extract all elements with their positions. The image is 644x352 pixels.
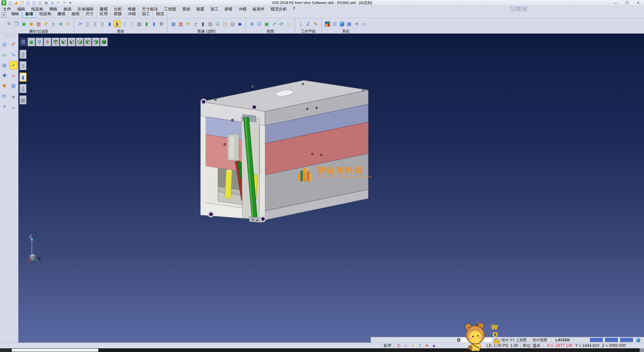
visi-logo[interactable]: V [1,0,6,5]
workplane-edit-icon[interactable]: ✎ [312,20,319,27]
shaded-edges-icon[interactable]: ▮ [114,20,120,27]
view-left-icon[interactable] [68,38,75,46]
maximize-button[interactable]: ❐ [621,0,633,6]
workplane-align-icon[interactable]: ∠ [305,20,312,27]
workplane-axes-icon[interactable]: ⊥ [298,20,304,27]
layers-icon[interactable]: ▱ [361,20,367,27]
minimize-button[interactable]: — [610,0,621,6]
hatch-cylinder-icon[interactable]: ▨ [207,20,214,27]
magic-icon[interactable]: ✩ [403,343,409,348]
wireframe-view-icon[interactable]: ▯ [84,20,91,27]
lock-toggle[interactable]: 拴牢 [383,343,391,349]
solids-filter-icon[interactable]: ▥ [177,20,184,27]
open-folder-icon[interactable]: ◪ [13,0,18,5]
zoom-window-icon[interactable]: ⚲ [36,38,43,46]
active-layer-label[interactable]: LAYER0 [555,338,570,342]
dark-cylinder-icon[interactable]: ▮ [200,20,206,27]
viewport-menu-icon[interactable]: ☰ [19,38,27,46]
cylinder-outline-1-icon[interactable]: ▯ [19,50,26,59]
fit-window-icon[interactable]: ▣ [28,38,35,46]
mdi-minimize-button[interactable]: — [511,7,516,11]
axes-view-icon[interactable]: ✛ [44,38,51,46]
units-readout[interactable]: 单位: 毫米 [522,343,541,349]
menu-machining[interactable]: 加工 [207,6,221,12]
transparent-view-icon[interactable]: ▯ [121,20,128,27]
menu-solid-edit[interactable]: 实体编辑 [74,6,97,12]
open-copy-icon[interactable]: ❐ [19,0,24,5]
validate-solid-icon[interactable]: ☑ [214,20,221,27]
cylinder-hatch-icon[interactable]: ▨ [19,95,26,104]
gift-box-icon[interactable]: ◆ [431,343,437,348]
hide-entities-icon[interactable]: ◉ [28,20,35,27]
fit-view-icon[interactable]: ▣ [263,20,270,27]
sketch-curve-icon[interactable]: ∿ [10,51,17,59]
color-swatch-1[interactable] [590,338,603,342]
globe-icon[interactable] [636,338,640,342]
export-graphics-icon[interactable]: ▮ [151,20,157,27]
zoom-solid-icon[interactable]: ◍ [1,61,8,69]
zoom-in-out-icon[interactable]: ⊕ [249,20,255,27]
delete-attributes-icon[interactable]: ✎ [6,20,12,27]
select-solids-icon[interactable]: ▦ [170,20,177,27]
color-swatch-3[interactable] [620,338,633,342]
refresh-view-icon[interactable]: ⟳ [278,20,285,27]
solid-cube-icon[interactable]: ■ [10,92,17,100]
preview-icon[interactable]: ◎ [50,0,55,5]
show-entities-icon[interactable]: ◉ [20,20,27,27]
view-top-icon[interactable] [52,38,59,46]
redo-icon[interactable]: ↷ [62,0,67,5]
solids-refresh-icon[interactable]: ⟳ [185,20,192,27]
system-globe-icon[interactable] [339,21,344,27]
menu-flow-analysis[interactable]: 模流分析 [268,6,290,12]
view-bottom-icon[interactable] [60,38,67,46]
render-view-icon[interactable]: ☺ [285,20,292,27]
measure-distance-icon[interactable]: ↔ [10,103,17,111]
regenerate-icon[interactable]: ⟳ [1,92,8,100]
copy-solid-icon[interactable]: ◳ [222,20,228,27]
scrollbar-thumb[interactable] [12,349,98,352]
zoom-selected-icon[interactable]: ⊡ [256,20,263,27]
hatch-view-icon[interactable]: ▨ [136,20,143,27]
menu-standard-parts[interactable]: 标准件 [250,6,268,12]
mdi-restore-button[interactable]: ❐ [516,7,521,11]
save-icon[interactable]: ◫ [25,0,31,5]
toggle-visibility-icon[interactable]: ± [50,20,57,27]
menu-help[interactable]: ? [290,6,298,12]
menu-file[interactable]: 文件 [0,6,14,12]
menu-mesh[interactable]: 网格 [46,6,60,12]
help-question-icon[interactable]: ? [1,103,8,111]
cylinder-shaded-active-icon[interactable]: ▮ [19,73,26,82]
sketch-delete-icon[interactable]: ✐ [10,40,17,48]
view-mode-label[interactable]: 绝对 XY 上视图 [501,338,527,343]
view-front-icon[interactable] [84,38,92,46]
show-all-icon[interactable]: ⊕ [57,20,64,27]
grid-panel-icon[interactable]: ▦ [346,20,353,27]
visibility-filter-icon[interactable]: ▥ [35,20,42,27]
copy-attributes-icon[interactable]: ❐ [13,20,20,27]
shaded-cube-icon[interactable]: ◆ [236,20,243,27]
mdi-close-button[interactable]: ✕ [522,7,527,11]
dashed-hidden-icon[interactable]: ▯ [99,20,106,27]
magnifier-icon[interactable] [495,338,499,342]
menu-modeling[interactable]: 建模 [97,6,111,12]
save-all-icon[interactable]: ◫ [38,0,43,5]
save-as-icon[interactable]: ◫ [32,0,37,5]
view-right-icon[interactable] [76,38,84,46]
shaded-view-icon[interactable]: ▮ [106,20,113,27]
menu-surface[interactable]: 曲面 [60,6,74,12]
validate-check-icon[interactable]: ✔ [10,61,17,69]
print-icon[interactable]: ▤ [44,0,49,5]
cylinder-outline-2-icon[interactable]: ▯ [19,61,26,70]
menu-analysis[interactable]: 分析 [111,6,125,12]
menu-drawing[interactable]: 工程图 [161,6,179,12]
help-status-icon[interactable]: ? [417,343,423,348]
graphics-settings-icon[interactable]: ⚙ [158,20,165,27]
hide-all-icon[interactable]: ⊖ [65,20,71,27]
resize-grip[interactable] [640,348,644,352]
hidden-line-icon[interactable]: ▯ [92,20,98,27]
flat-view-icon[interactable]: ▯ [128,20,135,27]
menu-wireframe[interactable]: 线架构 [28,6,46,12]
menu-dimension[interactable]: 尺寸标注 [139,6,161,12]
key-icon[interactable]: ✦ [410,343,416,348]
snap-s-icon[interactable]: Ⓢ [396,343,401,348]
